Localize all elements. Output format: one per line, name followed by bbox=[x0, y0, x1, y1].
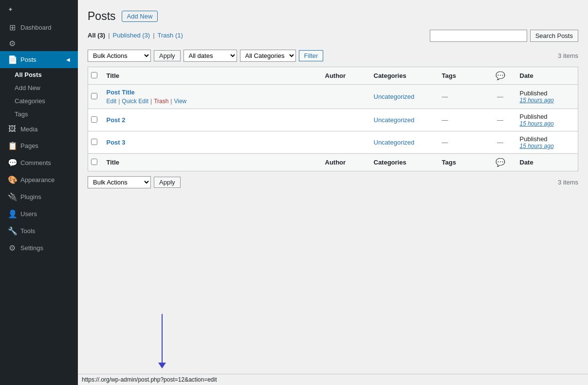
sidebar-item-settings[interactable]: ⚙ Settings bbox=[0, 239, 78, 257]
footer-categories-col[interactable]: Categories bbox=[369, 154, 437, 171]
footer-title-col[interactable]: Title bbox=[102, 154, 320, 171]
content-area: Posts Add New All (3) | Published (3) | … bbox=[78, 0, 588, 374]
apply-button-top[interactable]: Apply bbox=[154, 50, 181, 61]
sidebar-sub-label: Tags bbox=[15, 110, 28, 118]
table-header-row: Title Author Categories Tags 💬 Date bbox=[88, 67, 578, 85]
select-all-footer-checkbox[interactable] bbox=[91, 159, 97, 165]
row-checkbox[interactable] bbox=[91, 93, 97, 99]
tags-value: — bbox=[442, 93, 448, 100]
post-title-link[interactable]: Post 2 bbox=[107, 116, 126, 124]
sidebar-item-label: Tools bbox=[20, 227, 35, 235]
sidebar-item-pages[interactable]: 📋 Pages bbox=[0, 137, 78, 154]
col-header-categories[interactable]: Categories bbox=[369, 67, 437, 85]
filter-button[interactable]: Filter bbox=[299, 50, 324, 61]
pages-icon: 📋 bbox=[8, 141, 17, 150]
filter-all[interactable]: All (3) bbox=[88, 32, 105, 39]
footer-tags-col[interactable]: Tags bbox=[437, 154, 486, 171]
post-title-cell: Post Title Edit | Quick Edit | Trash | V… bbox=[102, 85, 320, 109]
sidebar-logo: ✦ bbox=[0, 0, 78, 19]
footer-comments-col[interactable]: 💬 bbox=[486, 154, 515, 171]
appearance-icon: 🎨 bbox=[8, 175, 17, 184]
sidebar-item-dashboard[interactable]: ⊞ Dashboard bbox=[0, 19, 78, 36]
col-header-author[interactable]: Author bbox=[320, 67, 369, 85]
comments-value: — bbox=[497, 139, 503, 146]
tags-cell: — bbox=[437, 109, 486, 131]
table-row: Post Title Edit | Quick Edit | Trash | V… bbox=[88, 85, 578, 109]
sidebar-item-label: Dashboard bbox=[20, 24, 52, 31]
col-header-comments[interactable]: 💬 bbox=[486, 67, 515, 85]
row-checkbox-cell bbox=[88, 131, 102, 154]
category-link[interactable]: Uncategorized bbox=[374, 116, 415, 124]
col-header-tags[interactable]: Tags bbox=[437, 67, 486, 85]
search-posts-button[interactable]: Search Posts bbox=[530, 30, 578, 42]
author-cell bbox=[320, 85, 369, 109]
date-status: Published bbox=[520, 113, 548, 120]
sidebar-item-media[interactable]: 🖼 Media bbox=[0, 121, 78, 137]
comment-bubble-icon: 💬 bbox=[496, 72, 505, 80]
sidebar-item-label: Users bbox=[20, 210, 37, 218]
search-input[interactable] bbox=[430, 30, 527, 42]
tags-value: — bbox=[442, 139, 448, 146]
bulk-actions-select-bottom[interactable]: Bulk Actions Edit Move to Trash bbox=[88, 176, 151, 188]
sidebar-sub-item-tags[interactable]: Tags bbox=[0, 108, 78, 121]
row-checkbox-cell bbox=[88, 85, 102, 109]
comment-bubble-icon-footer: 💬 bbox=[496, 158, 505, 166]
chevron-icon: ◀ bbox=[66, 57, 70, 62]
view-link[interactable]: View bbox=[174, 98, 186, 105]
col-header-title[interactable]: Title bbox=[102, 67, 320, 85]
sidebar-item-posts[interactable]: 📄 Posts ◀ bbox=[0, 51, 78, 68]
tags-cell: — bbox=[437, 131, 486, 154]
date-cell: Published 15 hours ago bbox=[515, 109, 578, 131]
select-all-checkbox-cell bbox=[88, 67, 102, 85]
select-all-footer-cell bbox=[88, 154, 102, 171]
sidebar-sub-item-categories[interactable]: Categories bbox=[0, 94, 78, 108]
add-new-button[interactable]: Add New bbox=[122, 11, 158, 22]
date-ago[interactable]: 15 hours ago bbox=[520, 97, 573, 104]
select-all-checkbox[interactable] bbox=[91, 72, 97, 78]
date-status: Published bbox=[520, 90, 548, 97]
row-actions: Edit | Quick Edit | Trash | View bbox=[107, 98, 315, 105]
trash-link[interactable]: Trash bbox=[154, 98, 168, 105]
date-ago[interactable]: 15 hours ago bbox=[520, 143, 573, 149]
filter-trash[interactable]: Trash (1) bbox=[158, 32, 183, 39]
edit-link[interactable]: Edit bbox=[107, 98, 117, 105]
comments-value: — bbox=[497, 116, 503, 124]
row-checkbox[interactable] bbox=[91, 116, 97, 123]
author-cell bbox=[320, 109, 369, 131]
sidebar-sub-label: Add New bbox=[15, 84, 40, 92]
filter-published[interactable]: Published (3) bbox=[113, 32, 150, 39]
dashboard-icon: ⊞ bbox=[8, 23, 17, 32]
sidebar-item-users[interactable]: 👤 Users bbox=[0, 205, 78, 222]
row-checkbox[interactable] bbox=[91, 139, 97, 145]
category-link[interactable]: Uncategorized bbox=[374, 93, 415, 100]
sidebar-sub-item-add-new[interactable]: Add New bbox=[0, 81, 78, 94]
footer-date-col[interactable]: Date bbox=[515, 154, 578, 171]
date-ago[interactable]: 15 hours ago bbox=[520, 120, 573, 127]
sidebar-sub-item-all-posts[interactable]: All Posts bbox=[0, 68, 78, 81]
category-link[interactable]: Uncategorized bbox=[374, 139, 415, 146]
status-url: https://.org/wp-admin/post.php?post=12&a… bbox=[82, 376, 217, 383]
all-categories-select[interactable]: All Categories bbox=[240, 50, 296, 62]
bulk-actions-select-top[interactable]: Bulk Actions Edit Move to Trash bbox=[88, 50, 151, 62]
tools-icon: 🔧 bbox=[8, 226, 17, 236]
status-bar: https://.org/wp-admin/post.php?post=12&a… bbox=[78, 374, 588, 385]
sidebar-item-settings2[interactable]: ⚙ bbox=[0, 36, 78, 51]
sidebar-sub-label: All Posts bbox=[15, 71, 42, 78]
quick-edit-link[interactable]: Quick Edit bbox=[122, 98, 148, 105]
sidebar-item-tools[interactable]: 🔧 Tools bbox=[0, 222, 78, 239]
all-dates-select[interactable]: All dates bbox=[184, 50, 237, 62]
top-actions-bar: Bulk Actions Edit Move to Trash Apply Al… bbox=[88, 50, 578, 62]
post-title-link[interactable]: Post 3 bbox=[107, 139, 126, 146]
post-title-cell: Post 3 bbox=[102, 131, 320, 154]
table-row: Post 3 Uncategorized — — Published 15 ho… bbox=[88, 131, 578, 154]
sidebar-item-plugins[interactable]: 🔌 Plugins bbox=[0, 188, 78, 205]
table-footer-row: Title Author Categories Tags 💬 Date bbox=[88, 154, 578, 171]
filter-links: All (3) | Published (3) | Trash (1) bbox=[88, 32, 183, 39]
apply-button-bottom[interactable]: Apply bbox=[154, 177, 181, 188]
footer-author-col[interactable]: Author bbox=[320, 154, 369, 171]
col-header-date[interactable]: Date bbox=[515, 67, 578, 85]
main-content: Posts Add New All (3) | Published (3) | … bbox=[78, 0, 588, 385]
sidebar-item-appearance[interactable]: 🎨 Appearance bbox=[0, 171, 78, 188]
post-title-link[interactable]: Post Title bbox=[107, 89, 135, 96]
sidebar-item-comments[interactable]: 💬 Comments bbox=[0, 154, 78, 171]
